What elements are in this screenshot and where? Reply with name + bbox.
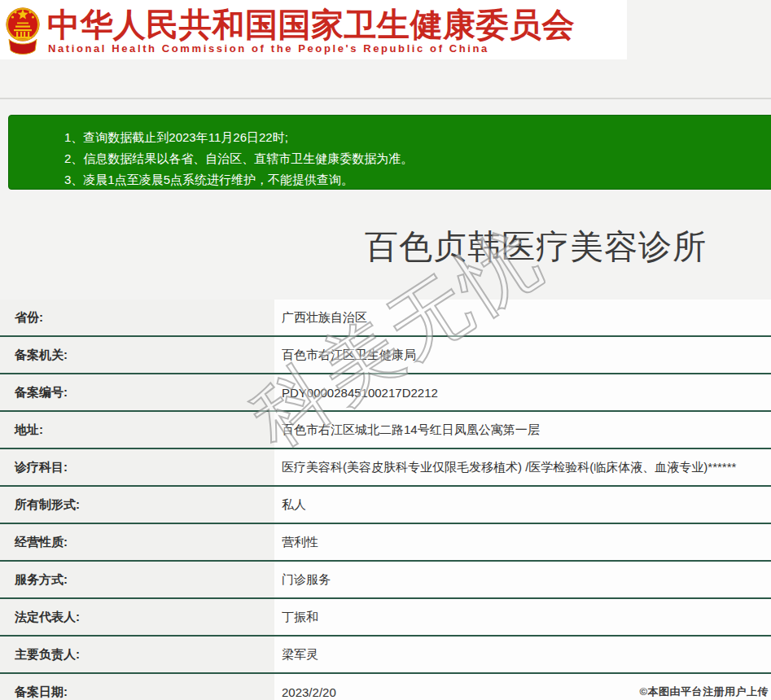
notice-line-2: 2、信息数据结果以各省、自治区、直辖市卫生健康委数据为准。 <box>64 148 771 169</box>
header-divider <box>0 98 771 99</box>
row-label: 服务方式: <box>0 562 274 597</box>
row-value: 医疗美容科(美容皮肤科专业仅限毛发移植术) /医学检验科(临床体液、血液专业)*… <box>274 449 771 485</box>
row-value: 营利性 <box>274 524 771 560</box>
national-emblem-icon <box>5 2 41 56</box>
row-label: 备案编号: <box>0 374 274 410</box>
row-value: 广西壮族自治区 <box>274 300 771 335</box>
photo-credit: ©本图由平台注册用户上传 <box>639 685 769 699</box>
table-row-ownership: 所有制形式: 私人 <box>0 487 771 524</box>
row-label: 法定代表人: <box>0 599 274 635</box>
row-label: 备案机关: <box>0 337 274 373</box>
row-label: 诊疗科目: <box>0 449 274 485</box>
row-value: PDY00002845100217D2212 <box>274 374 771 410</box>
table-row-province: 省份: 广西壮族自治区 <box>0 300 771 337</box>
record-table: 省份: 广西壮族自治区 备案机关: 百色市右江区卫生健康局 备案编号: PDY0… <box>0 300 771 700</box>
table-row-service-mode: 服务方式: 门诊服务 <box>0 562 771 599</box>
site-title-en: National Health Commission of the People… <box>48 42 489 55</box>
table-row-principal: 主要负责人: 梁军灵 <box>0 637 771 674</box>
table-row-business-nature: 经营性质: 营利性 <box>0 524 771 562</box>
table-row-authority: 备案机关: 百色市右江区卫生健康局 <box>0 337 771 374</box>
table-row-legal-representative: 法定代表人: 丁振和 <box>0 599 771 637</box>
row-value: 私人 <box>274 487 771 523</box>
row-label: 所有制形式: <box>0 487 274 523</box>
table-row-departments: 诊疗科目: 医疗美容科(美容皮肤科专业仅限毛发移植术) /医学检验科(临床体液、… <box>0 449 771 487</box>
notice-line-1: 1、查询数据截止到2023年11月26日22时; <box>64 127 771 148</box>
row-value: 丁振和 <box>274 599 771 635</box>
notice-line-3: 3、凌晨1点至凌晨5点系统进行维护，不能提供查询。 <box>64 169 771 190</box>
table-row-record-number: 备案编号: PDY00002845100217D2212 <box>0 374 771 412</box>
row-label: 地址: <box>0 412 274 448</box>
notice-panel: 1、查询数据截止到2023年11月26日22时; 2、信息数据结果以各省、自治区… <box>8 115 771 190</box>
table-row-address: 地址: 百色市右江区城北二路14号红日凤凰公寓第一层 <box>0 412 771 449</box>
row-label: 经营性质: <box>0 524 274 560</box>
institution-name-title: 百色贞韩医疗美容诊所 <box>0 225 707 269</box>
row-label: 主要负责人: <box>0 637 274 672</box>
row-value: 百色市右江区城北二路14号红日凤凰公寓第一层 <box>274 412 771 448</box>
site-title-cn: 中华人民共和国国家卫生健康委员会 <box>47 2 575 47</box>
site-header: 中华人民共和国国家卫生健康委员会 National Health Commiss… <box>0 0 627 59</box>
row-label: 备案日期: <box>0 674 274 700</box>
row-value: 门诊服务 <box>274 562 771 597</box>
row-label: 省份: <box>0 300 274 335</box>
row-value: 梁军灵 <box>274 637 771 672</box>
row-value: 百色市右江区卫生健康局 <box>274 337 771 373</box>
